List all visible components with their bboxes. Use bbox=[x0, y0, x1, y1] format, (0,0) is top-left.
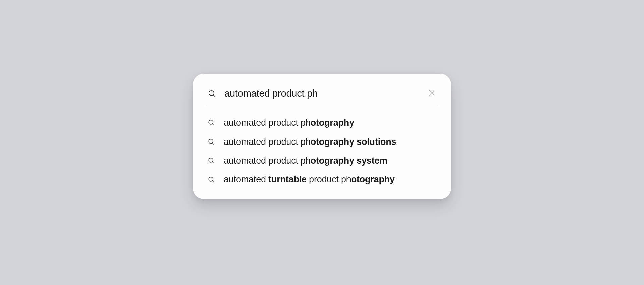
search-icon bbox=[208, 119, 215, 126]
svg-point-0 bbox=[209, 90, 214, 95]
suggestion-item[interactable]: automated product photography bbox=[206, 116, 438, 129]
search-icon bbox=[208, 157, 215, 164]
close-icon bbox=[428, 89, 435, 98]
svg-point-6 bbox=[209, 139, 213, 144]
suggestion-text: automated product photography solutions bbox=[224, 136, 396, 148]
suggestion-text: automated product photography system bbox=[224, 155, 387, 167]
svg-line-1 bbox=[213, 95, 215, 97]
search-icon bbox=[208, 138, 215, 146]
svg-line-5 bbox=[212, 124, 214, 126]
suggestion-item[interactable]: automated product photography system bbox=[206, 154, 438, 167]
svg-point-8 bbox=[209, 158, 213, 162]
svg-line-11 bbox=[212, 181, 214, 182]
svg-line-7 bbox=[212, 143, 214, 145]
svg-point-4 bbox=[209, 120, 213, 125]
suggestion-text: automated turntable product photography bbox=[224, 173, 395, 185]
suggestion-text: automated product photography bbox=[224, 117, 354, 129]
suggestion-item[interactable]: automated turntable product photography bbox=[206, 173, 438, 186]
search-icon bbox=[208, 89, 216, 98]
search-input[interactable] bbox=[224, 88, 422, 99]
clear-button[interactable] bbox=[427, 89, 436, 98]
svg-point-10 bbox=[209, 177, 213, 181]
search-icon bbox=[208, 176, 215, 183]
suggestion-item[interactable]: automated product photography solutions bbox=[206, 135, 438, 149]
svg-line-9 bbox=[212, 162, 214, 163]
search-panel: automated product photographyautomated p… bbox=[193, 74, 451, 199]
suggestions-list: automated product photographyautomated p… bbox=[206, 105, 438, 186]
search-row bbox=[206, 84, 438, 105]
